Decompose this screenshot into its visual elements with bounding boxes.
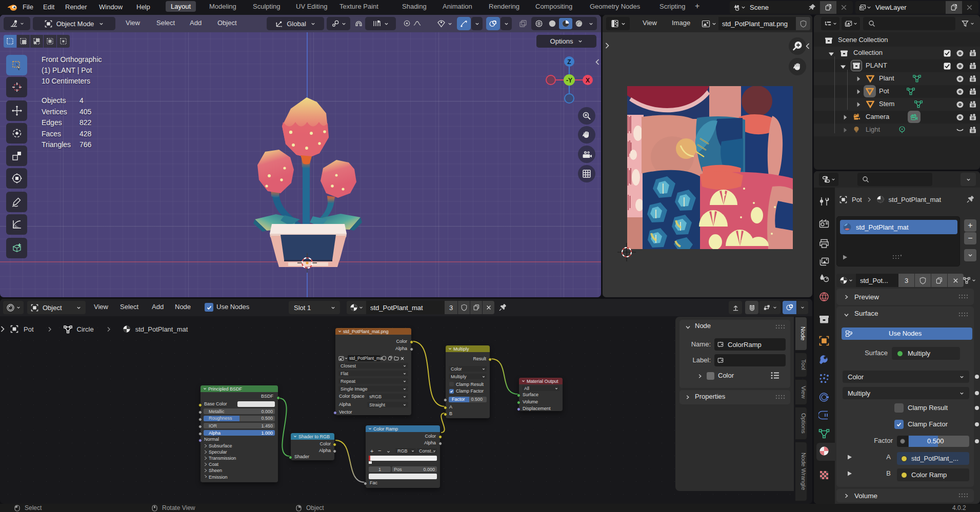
svg-text:Z: Z: [567, 58, 571, 66]
svg-text:-Y: -Y: [566, 77, 572, 84]
svg-text:X: X: [586, 77, 590, 84]
